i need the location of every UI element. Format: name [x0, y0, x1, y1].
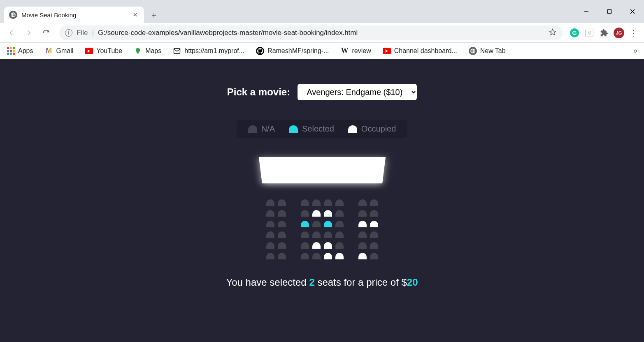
page-content: Pick a movie: Avengers: Endgame ($10) N/… — [0, 59, 644, 342]
tab-strip: Movie Seat Booking ✕ ＋ — [0, 3, 644, 23]
seat-row — [260, 231, 384, 238]
movie-select[interactable]: Avengers: Endgame ($10) — [298, 84, 417, 100]
seat[interactable] — [266, 210, 274, 217]
seat-row — [260, 253, 384, 259]
pick-movie-label: Pick a movie: — [227, 86, 290, 98]
seat — [324, 253, 332, 259]
seat[interactable] — [358, 231, 367, 238]
bookmark-maps[interactable]: Maps — [134, 47, 161, 55]
seat[interactable] — [278, 231, 286, 238]
seat[interactable] — [312, 231, 321, 238]
seat — [358, 221, 367, 227]
seat[interactable] — [324, 231, 332, 238]
seat[interactable] — [370, 231, 378, 238]
bookmark-apps[interactable]: Apps — [7, 47, 33, 55]
seat — [324, 242, 332, 249]
bookmark-overflow-icon[interactable]: » — [633, 46, 637, 55]
seat[interactable] — [312, 199, 321, 206]
seat[interactable] — [278, 210, 286, 217]
seat[interactable] — [278, 221, 286, 227]
bookmark-bar: Apps MGmail YouTube Maps https://am1.myp… — [0, 43, 644, 59]
seat-row — [260, 242, 384, 249]
seat[interactable] — [301, 210, 309, 217]
bookmark-youtube[interactable]: YouTube — [85, 47, 122, 55]
maximize-button[interactable] — [598, 3, 621, 20]
info-icon[interactable]: i — [65, 29, 72, 37]
seat[interactable] — [301, 253, 309, 259]
profile-avatar[interactable]: JG — [613, 27, 625, 39]
minimize-button[interactable] — [575, 3, 598, 20]
svg-point-4 — [137, 49, 139, 51]
seat — [312, 242, 321, 249]
toolbar: i File | G:/source-code-examples/vanilla… — [0, 23, 644, 43]
seat[interactable] — [370, 210, 378, 217]
theater-screen — [258, 157, 385, 183]
bookmark-channel[interactable]: Channel dashboard... — [383, 47, 457, 55]
seat[interactable] — [301, 221, 309, 227]
legend: N/A Selected Occupied — [237, 120, 408, 138]
address-bar[interactable]: i File | G:/source-code-examples/vanilla… — [59, 25, 563, 40]
seat[interactable] — [301, 231, 309, 238]
seat[interactable] — [335, 210, 344, 217]
seat[interactable] — [358, 210, 367, 217]
seat[interactable] — [278, 199, 286, 206]
seat[interactable] — [324, 221, 332, 227]
seat-row — [260, 221, 384, 227]
seat[interactable] — [358, 199, 367, 206]
seat[interactable] — [312, 221, 321, 227]
new-tab-button[interactable]: ＋ — [147, 8, 160, 21]
seat[interactable] — [301, 199, 309, 206]
bookmark-myprof[interactable]: https://am1.myprof... — [173, 47, 244, 55]
reload-button[interactable] — [39, 25, 53, 40]
bookmark-star-icon[interactable] — [549, 28, 557, 38]
url-text: G:/source-code-examples/vanillawebprojec… — [98, 29, 544, 37]
extensions-button[interactable] — [598, 27, 610, 39]
seat — [324, 210, 332, 217]
seat[interactable] — [358, 242, 367, 249]
seat[interactable] — [278, 242, 286, 249]
extension-icon[interactable]: M — [583, 27, 595, 39]
total-price: 20 — [407, 277, 418, 288]
back-button[interactable] — [4, 25, 19, 40]
close-window-button[interactable] — [621, 3, 644, 20]
browser-tab[interactable]: Movie Seat Booking ✕ — [4, 7, 144, 23]
bookmark-github[interactable]: RameshMF/spring-... — [256, 47, 329, 55]
url-scheme: File — [77, 29, 88, 37]
bookmark-review[interactable]: Wreview — [340, 47, 371, 55]
seat[interactable] — [266, 199, 274, 206]
legend-selected: Selected — [289, 124, 334, 134]
seat[interactable] — [266, 253, 274, 259]
seat — [335, 253, 344, 259]
bookmark-newtab[interactable]: New Tab — [469, 47, 506, 55]
seat[interactable] — [266, 242, 274, 249]
seat[interactable] — [370, 242, 378, 249]
close-icon[interactable]: ✕ — [132, 11, 139, 18]
svg-rect-1 — [608, 10, 611, 14]
seat-grid — [260, 199, 384, 259]
seat — [312, 210, 321, 217]
forward-button[interactable] — [21, 25, 36, 40]
seat[interactable] — [324, 199, 332, 206]
seat[interactable] — [335, 242, 344, 249]
seat — [358, 253, 367, 259]
seat[interactable] — [370, 199, 378, 206]
seat[interactable] — [301, 242, 309, 249]
legend-occupied: Occupied — [348, 124, 396, 134]
seat[interactable] — [335, 221, 344, 227]
summary-text: You have selected 2 seats for a price of… — [226, 277, 418, 288]
grammarly-extension-icon[interactable]: G — [568, 27, 581, 39]
seat[interactable] — [266, 231, 274, 238]
seat[interactable] — [370, 253, 378, 259]
seat[interactable] — [266, 221, 274, 227]
seat — [370, 221, 378, 227]
seat-row — [260, 210, 384, 217]
globe-icon — [9, 11, 17, 19]
tab-title: Movie Seat Booking — [21, 12, 128, 18]
seat[interactable] — [278, 253, 286, 259]
seat[interactable] — [335, 199, 344, 206]
menu-button[interactable]: ⋮ — [628, 28, 640, 38]
bookmark-gmail[interactable]: MGmail — [44, 47, 73, 55]
legend-na: N/A — [248, 124, 275, 134]
seat[interactable] — [335, 231, 344, 238]
seat[interactable] — [312, 253, 321, 259]
